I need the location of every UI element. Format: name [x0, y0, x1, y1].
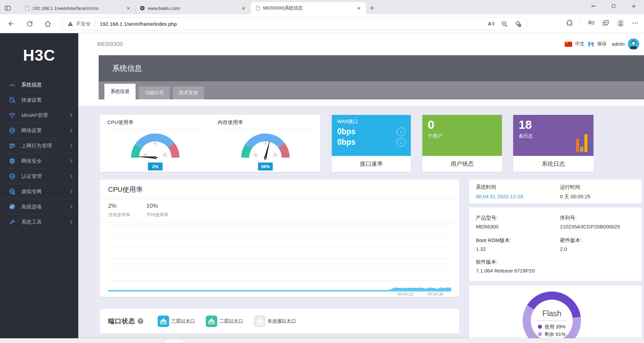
- log-count-value: 18: [519, 119, 588, 131]
- cpu-history-panel: CPU使用率 2% 当前使用率 10% 平均使用率 0: [100, 180, 459, 297]
- wan-card-title: WAN接口: [337, 119, 405, 125]
- advanced-swoosh-icon: [8, 203, 16, 211]
- tab-close-icon[interactable]: ✕: [124, 6, 132, 11]
- sidebar-item-behavior-management[interactable]: 上网行为管理: [0, 138, 78, 153]
- tab-feature-wizard[interactable]: 功能向导: [139, 86, 170, 99]
- username[interactable]: admin: [612, 41, 625, 47]
- software-version-value: 7.1.064 Release 6728P20: [476, 268, 535, 274]
- vpn-globe-user-icon: [8, 187, 16, 196]
- user-avatar[interactable]: [628, 38, 639, 50]
- sidebar-item-label: 高级选项: [21, 204, 42, 210]
- help-icon[interactable]: ?: [138, 318, 143, 324]
- sidebar-item-label: 快速设置: [21, 97, 42, 103]
- browser-toolbar: 不安全 192.168.1.1/wnm/frame/index.php A: [0, 14, 644, 33]
- sidebar-item-miniap[interactable]: MiniAP管理: [0, 107, 78, 123]
- cpu-chart-title: CPU使用率: [100, 180, 459, 199]
- maximize-button[interactable]: [603, 0, 624, 12]
- close-window-button[interactable]: ✕: [624, 0, 644, 12]
- cpu-average-value: 10%: [146, 203, 168, 209]
- sidebar-item-label: 认证管理: [21, 173, 42, 180]
- browser-tab-2[interactable]: www.baidu.com ✕: [136, 2, 251, 14]
- browser-tab-1[interactable]: 192.168.1.1/web/interface/cn/ms ✕: [20, 2, 136, 14]
- user-status-card[interactable]: 0 个用户 用户状态: [422, 115, 502, 172]
- language-switch[interactable]: 中文: [575, 41, 585, 47]
- port-status-panel: 端口状态 ? 三层以太口 二层以太口: [100, 309, 459, 334]
- vertical-tabs-icon[interactable]: [0, 2, 16, 14]
- sidebar-item-advanced-options[interactable]: 高级选项: [0, 199, 78, 214]
- table-icon: [8, 142, 16, 150]
- system-time-label: 系统时间: [476, 184, 523, 190]
- browser-menu-icon[interactable]: [632, 20, 639, 26]
- ethernet-port-icon: [254, 316, 265, 327]
- svg-text:低: 低: [143, 153, 147, 157]
- cpu-gauge-title: CPU使用率: [107, 115, 203, 129]
- add-favorite-icon[interactable]: [514, 20, 522, 27]
- tab-system-info[interactable]: 系统信息: [104, 84, 136, 99]
- wan-upload-value: 0bps: [337, 127, 356, 136]
- minimize-button[interactable]: [583, 0, 603, 12]
- sidebar-menu: 系统信息 快速设置 MiniAP管理 网络设置 上网行为管理 网络安全: [0, 77, 78, 229]
- save-icon[interactable]: [588, 41, 594, 47]
- page-banner: 系统信息: [99, 55, 644, 81]
- favorites-bar-icon[interactable]: [587, 20, 595, 26]
- browser-tab-bar: 192.168.1.1/web/interface/cn/ms ✕ www.ba…: [0, 0, 644, 14]
- gauge-icon: [8, 81, 16, 89]
- chevron-right-icon: [70, 159, 73, 163]
- wan-speed-card[interactable]: WAN接口 0bps ↑ 0bps ↓ 接口速率: [332, 115, 411, 172]
- refresh-button[interactable]: [24, 19, 35, 29]
- svg-text:高: 高: [273, 153, 277, 157]
- main-content: CPU使用率 中 低 高 2% 内存使用率: [78, 106, 644, 338]
- browser-profile-icon[interactable]: [616, 19, 625, 27]
- user-count-unit: 个用户: [428, 133, 497, 139]
- flash-usage-card: Flash 使用 39% 剩余 61%: [469, 285, 642, 338]
- x-tick-label: 00:04:36: [427, 292, 443, 297]
- tab-close-icon[interactable]: ✕: [355, 6, 363, 11]
- extensions-icon[interactable]: [566, 19, 573, 27]
- cpu-gauge-value: 2%: [152, 164, 158, 169]
- tab-title: 192.168.1.1/web/interface/cn/ms: [33, 6, 124, 11]
- tab-close-icon[interactable]: ✕: [240, 6, 247, 11]
- home-button[interactable]: [42, 19, 54, 29]
- save-button[interactable]: 保存: [597, 41, 607, 47]
- sidebar-item-auth-management[interactable]: 认证管理: [0, 168, 78, 184]
- warning-icon: [67, 21, 73, 26]
- globe-icon: [8, 126, 16, 135]
- partial-element-below-fold: [165, 340, 184, 343]
- flash-used-label: 使用 39%: [544, 324, 565, 329]
- sidebar-item-network-security[interactable]: 网络安全: [0, 153, 78, 168]
- sidebar-item-quick-setup[interactable]: 快速设置: [0, 92, 78, 107]
- sidebar: H3C 系统信息 快速设置 MiniAP管理 网络设置 上网行为管理 网络: [0, 33, 78, 338]
- read-aloud-icon[interactable]: A: [487, 20, 495, 27]
- system-log-card[interactable]: 18 条日志 系统日志: [513, 115, 593, 172]
- page-icon: [255, 5, 260, 11]
- sidebar-item-system-tools[interactable]: 系统工具: [0, 214, 78, 229]
- shield-icon: [8, 157, 16, 165]
- divider: [95, 21, 95, 27]
- browser-tab-active[interactable]: MER8300|系统信息 ✕: [251, 2, 366, 14]
- upload-arrow-icon: ↑: [397, 127, 405, 136]
- legend-l3-ethernet: 三层以太口: [158, 316, 195, 327]
- chevron-right-icon: [70, 189, 73, 194]
- address-bar[interactable]: 不安全 192.168.1.1/wnm/frame/index.php A: [62, 18, 527, 30]
- tab-tech-support[interactable]: 技术支持: [173, 86, 204, 99]
- system-time-card: 系统时间 00:04:51 2022-12-28 运行时间 0 天 00:05:…: [469, 180, 642, 203]
- cpu-average-label: 平均使用率: [146, 212, 168, 218]
- sidebar-item-label: 网络设置: [21, 127, 42, 134]
- china-flag-icon: ★: [565, 42, 572, 47]
- sidebar-item-vpn[interactable]: 虚拟专网: [0, 184, 78, 199]
- bootrom-label: Boot ROM版本:: [476, 237, 511, 244]
- sidebar-item-label: 上网行为管理: [21, 143, 52, 149]
- device-model-title: MER8300: [97, 41, 123, 48]
- collections-icon[interactable]: [602, 19, 609, 27]
- new-tab-button[interactable]: +: [366, 2, 378, 14]
- zoom-out-icon[interactable]: [501, 20, 508, 27]
- hardware-version-label: 硬件版本:: [560, 237, 582, 244]
- back-button[interactable]: [5, 19, 17, 29]
- user-card-footer: 用户状态: [422, 156, 502, 172]
- wan-card-footer: 接口速率: [332, 156, 411, 172]
- sidebar-item-system-info[interactable]: 系统信息: [0, 77, 78, 92]
- wifi-icon: [8, 111, 16, 119]
- sidebar-item-network-settings[interactable]: 网络设置: [0, 123, 78, 138]
- port-status-title: 端口状态: [108, 317, 135, 326]
- tab-title: www.baidu.com: [148, 6, 240, 11]
